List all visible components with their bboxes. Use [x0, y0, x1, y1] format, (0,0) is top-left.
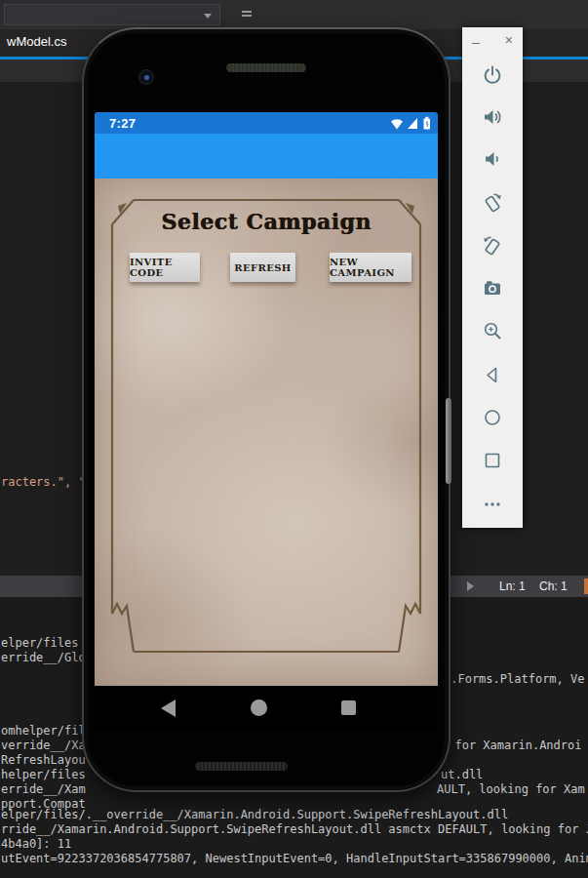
new-campaign-button[interactable]: NEW CAMPAIGN: [330, 253, 412, 282]
notification-sliver: [584, 579, 588, 594]
tab-viewmodel-cs[interactable]: wModel.cs: [7, 34, 66, 49]
earpiece-speaker: [226, 63, 306, 72]
emulator-toolbar: – ×: [462, 27, 523, 528]
android-emulator-phone: 7:27: [82, 27, 451, 792]
output-line: erride__/Xam: [1, 782, 86, 796]
output-line: n.Forms.Platform, Ve: [444, 672, 585, 686]
camera-icon[interactable]: [482, 277, 503, 299]
android-back-icon[interactable]: [161, 699, 176, 717]
play-icon: [467, 581, 474, 591]
output-line: helper/files: [1, 768, 86, 781]
battery-icon: [421, 116, 432, 130]
android-nav-bar: [95, 686, 438, 732]
output-line: elper/files: [1, 636, 78, 650]
rotate-left-icon[interactable]: [482, 191, 503, 213]
output-line: rride__/Xamarin.Android.Support.SwipeRef…: [1, 822, 588, 836]
app-bar: [95, 134, 438, 179]
output-line: ut.dll: [441, 768, 483, 781]
android-status-bar: 7:27: [95, 112, 438, 134]
power-icon[interactable]: [482, 64, 503, 86]
close-button[interactable]: ×: [505, 33, 513, 47]
output-line: 4b4a0]: 11: [1, 837, 71, 851]
output-line: AULT, looking for Xam: [437, 782, 585, 796]
front-camera: [138, 69, 154, 85]
android-overview-icon[interactable]: [341, 700, 356, 715]
toolbar-combobox[interactable]: [4, 4, 220, 25]
output-line: omhelper/fil: [1, 724, 86, 738]
power-side-button[interactable]: [446, 398, 451, 484]
wifi-icon: [390, 117, 404, 130]
clock: 7:27: [109, 116, 136, 131]
rotate-right-icon[interactable]: [482, 234, 503, 256]
chevron-down-icon: [204, 14, 212, 19]
overview-icon[interactable]: [482, 450, 503, 471]
output-line: elper/files/.__override__/Xamarin.Androi…: [1, 808, 508, 821]
campaign-screen: Select Campaign INVITE CODE REFRESH NEW …: [95, 179, 438, 686]
output-line: verride__/Xa: [1, 738, 86, 752]
output-line: RefreshLayou: [1, 753, 86, 767]
volume-up-icon[interactable]: [482, 106, 503, 128]
bottom-speaker: [195, 762, 288, 771]
android-home-icon[interactable]: [251, 699, 267, 716]
output-line: g for Xamarin.Androi: [441, 738, 582, 752]
volume-down-icon[interactable]: [482, 148, 503, 170]
output-line: erride__/Glo: [1, 651, 86, 664]
invite-code-button[interactable]: INVITE CODE: [130, 253, 200, 282]
page-title: Select Campaign: [95, 209, 438, 234]
minimize-button[interactable]: –: [472, 35, 480, 49]
code-fragment: racters.", "O: [1, 475, 93, 489]
phone-screen: 7:27: [95, 112, 438, 732]
column-indicator: Ch: 1: [539, 579, 568, 593]
toolbar-overflow-icon[interactable]: [242, 11, 252, 19]
back-icon[interactable]: [482, 364, 503, 385]
signal-icon: [407, 117, 418, 130]
output-line: utEvent=9223372036854775807, NewestInput…: [1, 852, 588, 865]
zoom-in-icon[interactable]: [482, 320, 503, 341]
line-indicator: Ln: 1: [499, 579, 526, 593]
home-icon[interactable]: [482, 407, 503, 428]
refresh-button[interactable]: REFRESH: [230, 253, 295, 282]
more-icon[interactable]: [482, 494, 503, 515]
ide-toolbar: [0, 0, 588, 29]
